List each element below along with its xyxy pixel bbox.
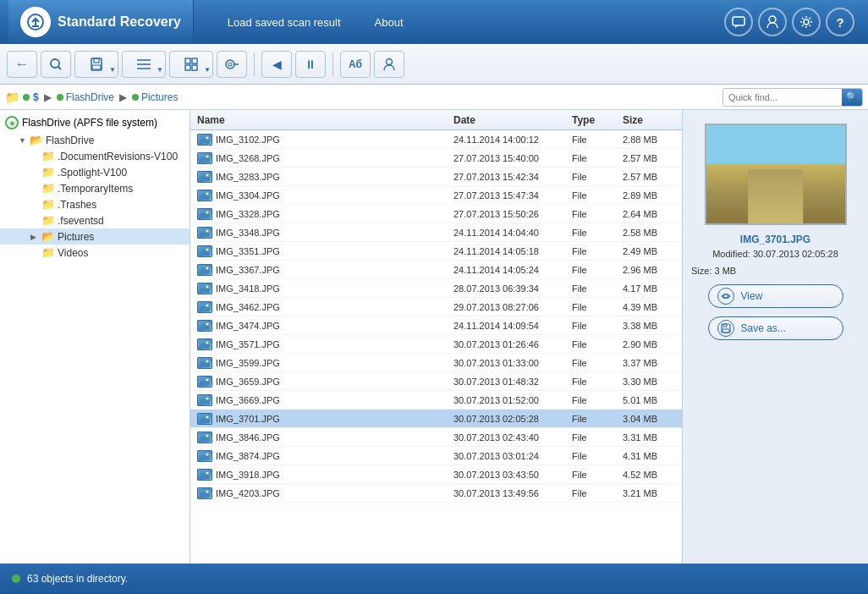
file-name: IMG_3571.JPG <box>216 339 280 349</box>
table-row[interactable]: IMG_3701.JPG 30.07.2013 02:05:28 File 3.… <box>190 410 682 428</box>
table-row[interactable]: IMG_3367.JPG 24.11.2014 14:05:24 File 2.… <box>190 261 682 279</box>
table-row[interactable]: IMG_3659.JPG 30.07.2013 01:48:32 File 3.… <box>190 372 682 391</box>
file-date: 27.07.2013 15:42:34 <box>450 172 569 182</box>
file-size: 2.49 MB <box>619 246 678 256</box>
save-as-button[interactable]: Save as... <box>708 316 843 340</box>
tree-folder-flashdrive[interactable]: ▼ 📂 FlashDrive <box>0 132 190 148</box>
file-name: IMG_3304.JPG <box>216 190 280 201</box>
tree-item-trashes[interactable]: 📁 .Trashes <box>0 196 190 212</box>
preview-filename: IMG_3701.JPG <box>740 234 810 245</box>
table-row[interactable]: IMG_3846.JPG 30.07.2013 02:43:40 File 3.… <box>190 428 682 447</box>
breadcrumb-flashdrive[interactable]: FlashDrive <box>57 91 114 103</box>
person-button[interactable] <box>374 51 404 78</box>
prev-button[interactable]: ◀ <box>261 51 292 78</box>
table-row[interactable]: IMG_3304.JPG 27.07.2013 15:47:34 File 2.… <box>190 186 682 205</box>
file-size: 5.01 MB <box>619 395 678 405</box>
toolbar-separator-2 <box>332 52 333 76</box>
breadcrumb-bar: 📁 $ ▶ FlashDrive ▶ Pictures 🔍 <box>0 85 868 110</box>
table-row[interactable]: IMG_3351.JPG 24.11.2014 14:05:18 File 2.… <box>190 242 682 261</box>
tree-item-videos[interactable]: 📁 Videos <box>0 245 190 261</box>
file-type: File <box>569 172 619 182</box>
svg-point-55 <box>206 453 209 455</box>
tree-item-fseventsd[interactable]: 📁 .fseventsd <box>0 212 190 228</box>
file-thumbnail <box>197 152 212 164</box>
scan-button[interactable] <box>217 51 247 78</box>
settings-button[interactable] <box>792 8 821 36</box>
font-button[interactable]: Аб <box>340 51 371 78</box>
file-size: 4.17 MB <box>619 283 678 294</box>
table-row[interactable]: IMG_3874.JPG 30.07.2013 03:01:24 File 4.… <box>190 447 682 465</box>
svg-line-5 <box>58 66 62 69</box>
tree-item-docrevisions[interactable]: 📁 .DocumentRevisions-V100 <box>0 148 190 164</box>
file-name: IMG_3599.JPG <box>216 358 280 368</box>
view-label: View <box>741 290 763 302</box>
save-dropdown-arrow: ▼ <box>109 66 116 74</box>
list-dropdown-arrow: ▼ <box>157 66 163 74</box>
view-icon <box>717 288 734 305</box>
file-size: 3.38 MB <box>619 321 678 331</box>
file-name: IMG_3283.JPG <box>216 172 280 182</box>
svg-rect-62 <box>723 324 727 327</box>
table-row[interactable]: IMG_3669.JPG 30.07.2013 01:52:00 File 5.… <box>190 391 682 410</box>
table-row[interactable]: IMG_3462.JPG 29.07.2013 08:27:06 File 4.… <box>190 298 682 316</box>
table-row[interactable]: IMG_3599.JPG 30.07.2013 01:33:00 File 3.… <box>190 354 682 372</box>
table-row[interactable]: IMG_3102.JPG 24.11.2014 14:00:12 File 2.… <box>190 130 682 149</box>
file-type: File <box>569 209 619 219</box>
file-thumbnail <box>197 208 212 220</box>
file-name: IMG_3701.JPG <box>216 414 280 424</box>
pause-button[interactable]: ⏸ <box>295 51 326 78</box>
svg-point-23 <box>206 155 209 157</box>
search-button[interactable] <box>41 51 71 78</box>
file-type: File <box>569 190 619 201</box>
file-size: 3.31 MB <box>619 432 678 443</box>
tree-root-item[interactable]: ◉ FlashDrive (APFS file system) <box>0 113 190 132</box>
search-submit-button[interactable]: 🔍 <box>842 88 862 107</box>
file-thumbnail <box>197 450 212 462</box>
table-row[interactable]: IMG_3283.JPG 27.07.2013 15:42:34 File 2.… <box>190 168 682 186</box>
col-header-date: Date <box>450 114 569 126</box>
back-button[interactable]: ← <box>7 51 37 78</box>
message-button[interactable] <box>724 8 753 36</box>
table-row[interactable]: IMG_3571.JPG 30.07.2013 01:26:46 File 2.… <box>190 335 682 354</box>
tree-item-label: Pictures <box>58 231 94 243</box>
folder-icon: 📁 <box>41 166 55 179</box>
file-size: 3.04 MB <box>619 414 678 424</box>
file-type: File <box>569 339 619 349</box>
help-icon: ? <box>836 15 843 30</box>
file-type: File <box>569 321 619 331</box>
svg-point-39 <box>206 304 209 306</box>
tree-item-label: .fseventsd <box>58 215 104 227</box>
help-button[interactable]: ? <box>826 8 854 36</box>
file-date: 30.07.2013 01:26:46 <box>450 339 569 349</box>
file-name: IMG_3474.JPG <box>216 321 280 331</box>
toolbar: ← ▼ ▼ ▼ ◀ ⏸ Аб <box>0 44 868 85</box>
breadcrumb-pictures[interactable]: Pictures <box>132 91 178 103</box>
file-date: 24.11.2014 14:05:18 <box>450 246 569 256</box>
table-row[interactable]: IMG_3418.JPG 28.07.2013 06:39:34 File 4.… <box>190 279 682 298</box>
user-button[interactable] <box>758 8 787 36</box>
table-row[interactable]: IMG_3474.JPG 24.11.2014 14:09:54 File 3.… <box>190 316 682 335</box>
table-row[interactable]: IMG_3348.JPG 24.11.2014 14:04:40 File 2.… <box>190 223 682 242</box>
svg-point-25 <box>206 173 209 176</box>
search-input[interactable] <box>723 92 842 102</box>
save-button[interactable]: ▼ <box>74 51 118 78</box>
grid-view-button[interactable]: ▼ <box>169 51 213 78</box>
file-date: 24.11.2014 14:09:54 <box>450 321 569 331</box>
file-date: 24.11.2014 14:05:24 <box>450 265 569 275</box>
load-scan-link[interactable]: Load saved scan result <box>211 0 358 44</box>
table-row[interactable]: IMG_3328.JPG 27.07.2013 15:50:26 File 2.… <box>190 205 682 223</box>
view-button[interactable]: View <box>708 284 843 308</box>
prev-icon: ◀ <box>272 58 282 71</box>
tree-item-spotlight[interactable]: 📁 .Spotlight-V100 <box>0 164 190 180</box>
file-type: File <box>569 265 619 275</box>
list-view-button[interactable]: ▼ <box>122 51 166 78</box>
about-link[interactable]: About <box>358 0 420 44</box>
table-row[interactable]: IMG_3268.JPG 27.07.2013 15:40:00 File 2.… <box>190 149 682 168</box>
file-date: 28.07.2013 06:39:34 <box>450 283 569 294</box>
table-row[interactable]: IMG_4203.JPG 30.07.2013 13:49:56 File 3.… <box>190 484 682 503</box>
tree-item-tempitems[interactable]: 📁 .TemporaryItems <box>0 180 190 196</box>
tree-item-pictures[interactable]: ▶ 📂 Pictures <box>0 228 190 245</box>
table-row[interactable]: IMG_3918.JPG 30.07.2013 03:43:50 File 4.… <box>190 465 682 484</box>
status-dot <box>12 575 20 583</box>
tree-item-label: Videos <box>58 247 88 259</box>
